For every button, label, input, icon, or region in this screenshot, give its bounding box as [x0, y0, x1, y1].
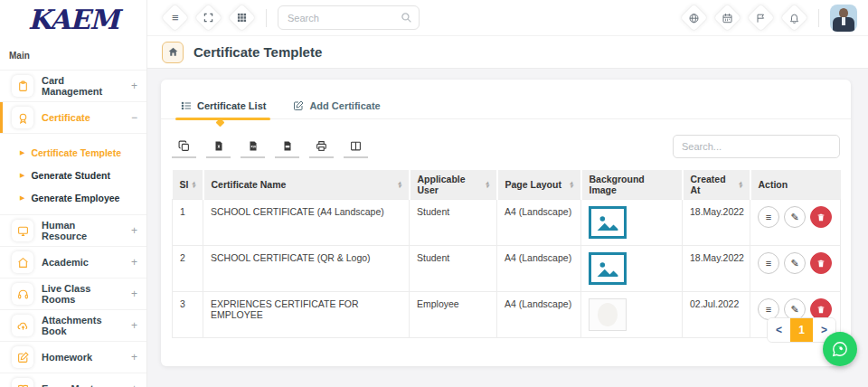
print-button[interactable] [309, 136, 334, 158]
fullscreen-button[interactable] [193, 3, 223, 33]
row-menu-button[interactable]: ≡ [758, 252, 779, 274]
apps-grid-button[interactable] [227, 3, 257, 33]
calendar-icon [722, 13, 733, 24]
expand-icon: + [131, 224, 137, 237]
columns-icon [350, 140, 362, 152]
sidebar-item-label: Live Class Rooms [42, 283, 123, 305]
sidebar-subitem-generate-student[interactable]: ▶ Generate Student [0, 164, 146, 186]
topbar: ≡ [147, 0, 868, 36]
image-icon [596, 212, 619, 232]
cell-sl: 3 [173, 292, 203, 338]
csv-export-button[interactable] [241, 136, 265, 158]
row-edit-button[interactable]: ✎ [784, 252, 806, 274]
brand-logo: KAEM [0, 0, 146, 43]
sidebar-item-certificate[interactable]: Certificate − [0, 102, 146, 134]
sidebar-toggle-button[interactable]: ≡ [160, 3, 190, 33]
table-row: 3 EXPRIENCES CERTIFICATE FOR EMPLOYEE Em… [173, 292, 841, 338]
caret-icon: ▶ [20, 194, 24, 202]
sort-icon: ▴▾ [398, 181, 401, 189]
sort-icon: ▴▾ [739, 181, 741, 189]
divider [266, 9, 267, 27]
column-header-created-at[interactable]: Created At▴▾ [683, 170, 750, 200]
file-excel-icon [213, 140, 224, 152]
sidebar-subitem-certificate-templete[interactable]: ▶ Certificate Templete [0, 141, 146, 164]
cell-applicable-user: Employee [410, 292, 497, 338]
sidebar-item-attachments-book[interactable]: Attachments Book + [0, 310, 146, 342]
sidebar-item-card-management[interactable]: Card Management + [0, 71, 146, 102]
column-header-background-image[interactable]: Background Image [581, 170, 683, 200]
cell-background-image [581, 292, 683, 338]
expand-icon: + [131, 288, 137, 300]
whatsapp-button[interactable] [823, 332, 857, 366]
fullscreen-icon [203, 13, 213, 23]
cell-created-at: 02.Jul.2022 [683, 292, 750, 338]
calendar-button[interactable] [712, 3, 742, 33]
sort-icon: ▴▾ [486, 181, 488, 189]
trash-icon [816, 259, 826, 269]
home-icon [167, 46, 179, 58]
global-search-input[interactable] [278, 5, 420, 30]
cell-page-layout: A4 (Landscape) [497, 200, 581, 246]
sort-icon: ▴▾ [570, 181, 572, 189]
active-tab-indicator [175, 118, 270, 120]
pdf-export-button[interactable] [275, 136, 299, 158]
sidebar-item-homework[interactable]: Homework + [0, 342, 146, 373]
row-delete-button[interactable] [810, 252, 832, 274]
expand-icon: + [131, 382, 137, 387]
edit-square-icon [293, 100, 304, 111]
row-delete-button[interactable] [810, 206, 832, 228]
certificate-panel: Certificate List Add Certificate [161, 80, 851, 366]
row-menu-button[interactable]: ≡ [758, 206, 779, 228]
excel-export-button[interactable] [206, 136, 231, 158]
row-edit-button[interactable]: ✎ [784, 206, 806, 228]
image-icon [596, 259, 619, 278]
table-search-input[interactable] [673, 135, 840, 158]
home-button[interactable] [162, 42, 184, 63]
notifications-button[interactable] [779, 3, 809, 33]
whatsapp-icon [830, 339, 850, 359]
global-search [278, 5, 420, 30]
cell-action: ≡ ✎ [750, 200, 841, 246]
messages-button[interactable] [746, 3, 776, 33]
column-header-sl[interactable]: Sl▴▾ [173, 170, 203, 200]
sidebar-item-label: Certificate [42, 112, 123, 123]
breadcrumb: Certificate Templete [147, 36, 868, 69]
copy-button[interactable] [172, 136, 196, 158]
language-button[interactable] [679, 3, 709, 33]
cell-created-at: 18.May.2022 [683, 200, 750, 246]
sidebar-item-live-class-rooms[interactable]: Live Class Rooms + [0, 278, 146, 310]
pencil-icon: ✎ [790, 305, 798, 315]
file-pdf-icon [282, 140, 293, 152]
home-icon [12, 251, 33, 273]
pagination-page-1[interactable]: 1 [790, 318, 813, 342]
blank-certificate-preview [598, 303, 618, 326]
menu-icon: ≡ [766, 212, 771, 222]
background-image-thumbnail[interactable] [589, 252, 627, 285]
column-header-applicable-user[interactable]: Applicable User▴▾ [410, 170, 497, 200]
tab-add-certificate[interactable]: Add Certificate [293, 93, 380, 118]
sidebar-item-label: Homework [42, 352, 123, 363]
sidebar-item-exam-master[interactable]: Exam Master + [0, 373, 146, 387]
column-visibility-button[interactable] [344, 136, 368, 158]
tab-certificate-list[interactable]: Certificate List [181, 93, 266, 118]
clipboard-icon [12, 75, 33, 97]
cell-created-at: 18.May.2022 [683, 246, 750, 292]
book-icon [12, 378, 33, 387]
column-header-certificate-name[interactable]: Certificate Name▴▾ [203, 170, 410, 200]
caret-icon: ▶ [20, 172, 24, 179]
cell-applicable-user: Student [410, 200, 497, 246]
sidebar-subitem-generate-employee[interactable]: ▶ Generate Employee [0, 186, 146, 209]
sidebar-item-human-resource[interactable]: Human Resource + [0, 215, 146, 247]
list-icon [181, 100, 192, 111]
edit-icon [12, 346, 33, 368]
avatar-shirt [842, 17, 845, 25]
pencil-icon: ✎ [790, 259, 798, 269]
background-image-thumbnail[interactable] [589, 206, 627, 239]
user-avatar[interactable] [830, 5, 857, 32]
sidebar-item-academic[interactable]: Academic + [0, 247, 146, 278]
expand-icon: + [131, 80, 137, 92]
expand-icon: + [131, 319, 137, 332]
pagination-prev-button[interactable]: < [768, 318, 790, 342]
background-image-thumbnail[interactable] [589, 298, 627, 331]
column-header-page-layout[interactable]: Page Layout▴▾ [497, 170, 581, 200]
